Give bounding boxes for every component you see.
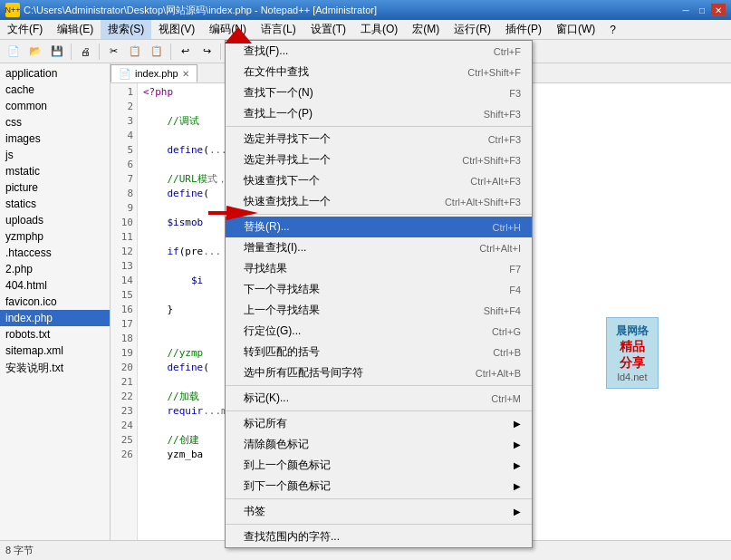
menu-item-label-prev-color-mark: 到上一个颜色标记 [244,458,331,473]
menu-item-shortcut-find-prev: Shift+F3 [484,109,521,120]
menu-item-label-select-find-next: 选定并寻找下一个 [244,131,331,147]
menu-item-arrow-prev-color-mark: ▶ [514,460,521,470]
menu-item-shortcut-find-in-files: Ctrl+Shift+F [467,67,521,78]
menu-item-find-in-files[interactable]: 在文件中查找Ctrl+Shift+F [226,62,532,82]
sidebar-item-common[interactable]: common [0,98,110,114]
window-controls: ─ □ ✕ [678,4,726,16]
sidebar-item-picture[interactable]: picture [0,179,110,196]
menu-item-label-quick-find-prev: 快速查找找上一个 [244,194,331,209]
toolbar-undo[interactable]: ↩ [175,42,195,62]
menu-item-arrow-bookmark: ▶ [514,507,521,517]
toolbar-open[interactable]: 📂 [25,42,45,62]
sidebar-item-sitemap[interactable]: sitemap.xml [0,343,110,359]
search-menu[interactable]: 查找(F)...Ctrl+F在文件中查找Ctrl+Shift+F查找下一个(N)… [225,40,533,548]
toolbar-new[interactable]: 📄 [4,42,24,62]
menu-edit[interactable]: 编辑(E) [50,20,101,39]
menu-plugin[interactable]: 插件(P) [498,20,549,39]
close-button[interactable]: ✕ [711,4,726,16]
tab-indexphp[interactable]: 📄 index.php ✕ [111,64,197,82]
menu-sep-25 [226,498,532,499]
menu-item-label-find: 查找(F)... [244,43,288,59]
menu-item-shortcut-select-find-next: Ctrl+F3 [488,134,521,145]
menu-sep-4 [226,126,532,127]
menu-item-find-result-next[interactable]: 下一个寻找结果F4 [226,279,532,300]
menu-item-label-find-result-next: 下一个寻找结果 [244,282,320,297]
sidebar-item-statics[interactable]: statics [0,196,110,212]
menu-item-mark-all[interactable]: 标记所有▶ [226,413,532,434]
menu-item-label-find-results: 寻找结果 [244,261,287,276]
menu-item-prev-color-mark[interactable]: 到上一个颜色标记▶ [226,455,532,476]
menu-view[interactable]: 视图(V) [151,20,202,39]
sidebar-item-indexphp[interactable]: index.php [0,310,110,326]
sidebar-item-yzmphp[interactable]: yzmphp [0,228,110,245]
sidebar-item-uploads[interactable]: uploads [0,212,110,228]
menu-item-quick-find-prev[interactable]: 快速查找找上一个Ctrl+Alt+Shift+F3 [226,191,532,212]
toolbar-sep1 [71,43,72,60]
menu-item-label-select-find-prev: 选定并寻找上一个 [244,152,331,168]
menu-item-quick-find-next[interactable]: 快速查找下一个Ctrl+Alt+F3 [226,170,532,191]
menu-language[interactable]: 语言(L) [254,20,303,39]
menu-settings[interactable]: 设置(T) [303,20,353,39]
menu-item-next-color-mark[interactable]: 到下一个颜色标记▶ [226,476,532,497]
toolbar-cut[interactable]: ✂ [103,42,123,62]
toolbar-save[interactable]: 💾 [47,42,67,62]
menu-item-goto-line[interactable]: 行定位(G)...Ctrl+G [226,321,532,342]
menu-item-inc-search[interactable]: 增量查找(I)...Ctrl+Alt+I [226,237,532,258]
toolbar-paste[interactable]: 📋 [147,42,167,62]
menu-window[interactable]: 窗口(W) [549,20,602,39]
tab-close-icon[interactable]: ✕ [182,69,189,79]
menu-item-find-prev[interactable]: 查找上一个(P)Shift+F3 [226,103,532,124]
sidebar-item-404[interactable]: 404.html [0,277,110,294]
menu-item-shortcut-find-next: F3 [509,88,521,99]
menu-item-find-results[interactable]: 寻找结果F7 [226,258,532,279]
menu-search[interactable]: 搜索(S) [101,20,151,39]
toolbar-copy[interactable]: 📋 [125,42,145,62]
menu-item-find[interactable]: 查找(F)...Ctrl+F [226,41,532,62]
sidebar-item-2php[interactable]: 2.php [0,261,110,277]
menu-item-select-match[interactable]: 选中所有匹配括号间字符Ctrl+Alt+B [226,362,532,383]
sidebar-item-application[interactable]: application [0,65,110,82]
menu-help[interactable]: ? [602,20,623,39]
sidebar-item-images[interactable]: images [0,130,110,147]
sidebar-item-htaccess[interactable]: .htaccess [0,245,110,261]
menu-item-goto-match[interactable]: 转到匹配的括号Ctrl+B [226,342,532,362]
menu-item-label-find-next: 查找下一个(N) [244,85,313,101]
menu-item-label-goto-line: 行定位(G)... [244,323,301,339]
menu-item-mark[interactable]: 标记(K)...Ctrl+M [226,388,532,409]
sidebar-item-js[interactable]: js [0,147,110,163]
minimize-button[interactable]: ─ [678,4,693,16]
sidebar-item-css[interactable]: css [0,114,110,130]
menu-item-select-find-prev[interactable]: 选定并寻找上一个Ctrl+Shift+F3 [226,150,532,170]
toolbar-print[interactable]: 🖨 [75,42,95,62]
menu-tools[interactable]: 工具(O) [353,20,405,39]
maximize-button[interactable]: □ [695,4,709,16]
menu-item-arrow-mark-all: ▶ [514,419,521,429]
sidebar-item-cache[interactable]: cache [0,82,110,98]
menu-item-label-next-color-mark: 到下一个颜色标记 [244,478,331,494]
menu-item-find-result-prev[interactable]: 上一个寻找结果Shift+F4 [226,300,532,321]
tab-label: index.php [135,68,178,79]
menu-run[interactable]: 运行(R) [447,20,498,39]
menu-item-replace[interactable]: 替换(R)...Ctrl+H [226,217,532,237]
menu-item-shortcut-quick-find-next: Ctrl+Alt+F3 [470,176,521,187]
app-icon: N++ [5,3,20,17]
menu-item-label-bookmark: 书签 [244,504,265,519]
tab-icon: 📄 [119,68,131,80]
toolbar-redo[interactable]: ↪ [197,42,216,62]
menu-macro[interactable]: 宏(M) [405,20,447,39]
menu-item-clear-color-mark[interactable]: 清除颜色标记▶ [226,434,532,455]
sidebar-item-robots[interactable]: robots.txt [0,326,110,343]
sidebar-item-mstatic[interactable]: mstatic [0,163,110,179]
menu-item-select-find-next[interactable]: 选定并寻找下一个Ctrl+F3 [226,129,532,150]
menu-item-shortcut-find-results: F7 [509,264,521,275]
menu-file[interactable]: 文件(F) [0,20,50,39]
menu-encode[interactable]: 编码(N) [202,20,254,39]
menu-item-bookmark[interactable]: 书签▶ [226,501,532,522]
menu-item-find-chars[interactable]: 查找范围内的字符... [226,526,532,547]
sidebar-item-favicon[interactable]: favicon.ico [0,294,110,310]
menu-item-shortcut-select-match: Ctrl+Alt+B [476,368,521,379]
menu-item-label-find-chars: 查找范围内的字符... [244,529,340,545]
menu-item-label-mark: 标记(K)... [244,391,289,406]
sidebar-item-install[interactable]: 安装说明.txt [0,359,110,378]
menu-item-find-next[interactable]: 查找下一个(N)F3 [226,82,532,103]
